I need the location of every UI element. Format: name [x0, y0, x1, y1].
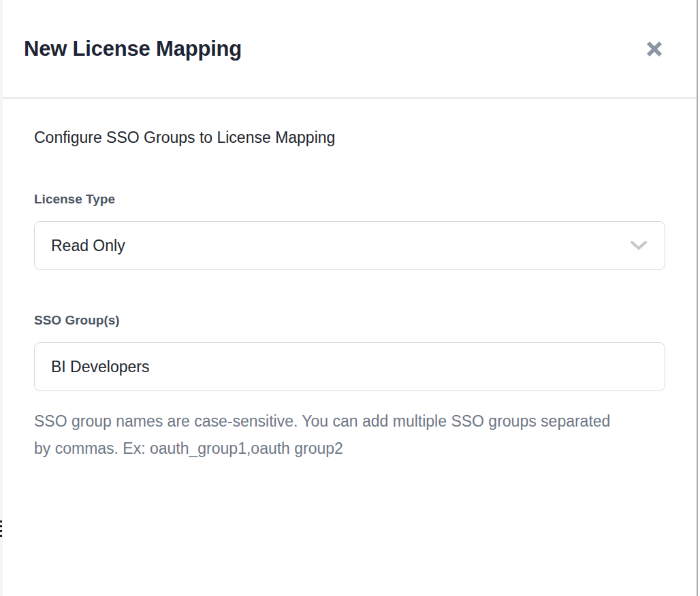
close-icon: [643, 38, 665, 60]
license-type-label: License Type: [34, 192, 665, 207]
background-artifact-dash: [0, 530, 2, 532]
background-artifact-dash: [0, 535, 2, 537]
background-artifact-dash: [0, 520, 2, 523]
dialog-body: Configure SSO Groups to License Mapping …: [3, 99, 697, 462]
background-artifact-dash: [0, 525, 2, 527]
close-button[interactable]: [641, 35, 668, 63]
new-license-mapping-dialog: New License Mapping Configure SSO Groups…: [3, 0, 697, 596]
background-page-edge-right: [697, 0, 700, 596]
dialog-description: Configure SSO Groups to License Mapping: [34, 129, 665, 147]
sso-groups-input[interactable]: [34, 342, 665, 391]
sso-groups-label: SSO Group(s): [34, 313, 665, 328]
background-page-edge-left: [0, 0, 3, 596]
license-type-selected-value: Read Only: [51, 237, 125, 255]
dialog-header: New License Mapping: [3, 0, 697, 99]
dialog-title: New License Mapping: [24, 37, 242, 61]
license-type-select[interactable]: Read Only: [34, 221, 665, 270]
chevron-down-icon: [629, 239, 648, 252]
sso-groups-help-text: SSO group names are case-sensitive. You …: [34, 408, 625, 462]
